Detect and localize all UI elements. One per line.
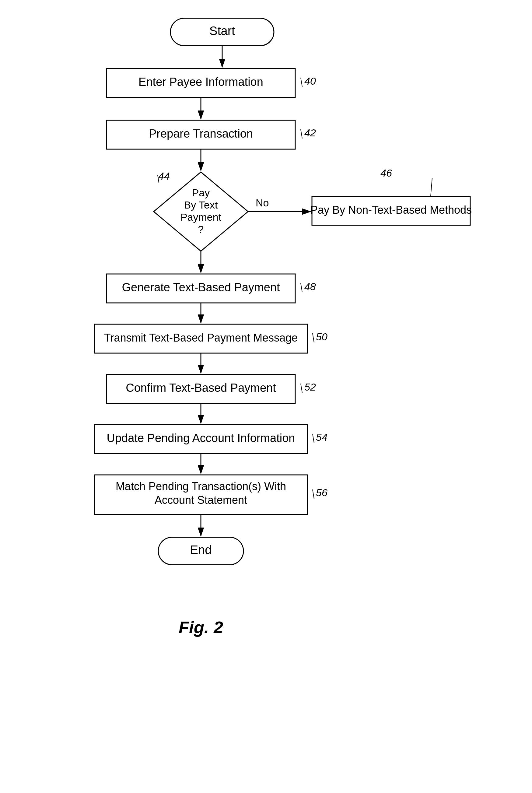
n42-ref: 42 bbox=[304, 127, 316, 138]
n54-label: Update Pending Account Information bbox=[107, 432, 295, 445]
n44-ref: 44 bbox=[158, 170, 170, 182]
n56-label-line1: Match Pending Transaction(s) With bbox=[116, 480, 286, 493]
n52-ref: 52 bbox=[304, 381, 316, 393]
n46-ref: 46 bbox=[380, 167, 392, 179]
n46-label: Pay By Non-Text-Based Methods bbox=[310, 204, 472, 216]
diagram-container: Start Enter Payee Information 40 Prepare… bbox=[0, 0, 532, 793]
n48-label: Generate Text-Based Payment bbox=[122, 281, 280, 294]
figure-label: Fig. 2 bbox=[179, 618, 223, 637]
start-label: Start bbox=[209, 24, 235, 37]
n48-ref: 48 bbox=[304, 281, 316, 292]
n56-label-line2: Account Statement bbox=[155, 494, 247, 506]
no-label: No bbox=[256, 197, 269, 209]
n54-ref: 54 bbox=[316, 431, 327, 443]
end-label: End bbox=[190, 543, 211, 556]
n50-ref: 50 bbox=[316, 331, 327, 342]
n56-ref: 56 bbox=[316, 487, 327, 498]
n50-label: Transmit Text-Based Payment Message bbox=[104, 332, 298, 344]
n40-ref: 40 bbox=[304, 75, 316, 87]
n40-label: Enter Payee Information bbox=[138, 75, 263, 88]
n52-label: Confirm Text-Based Payment bbox=[126, 381, 276, 394]
n44-label-line1: Pay bbox=[192, 187, 210, 199]
n44-label-line3: Payment bbox=[180, 211, 222, 223]
n42-label: Prepare Transaction bbox=[149, 127, 253, 140]
n44-label-line4: ? bbox=[198, 223, 204, 235]
n44-label-line2: By Text bbox=[184, 199, 218, 211]
